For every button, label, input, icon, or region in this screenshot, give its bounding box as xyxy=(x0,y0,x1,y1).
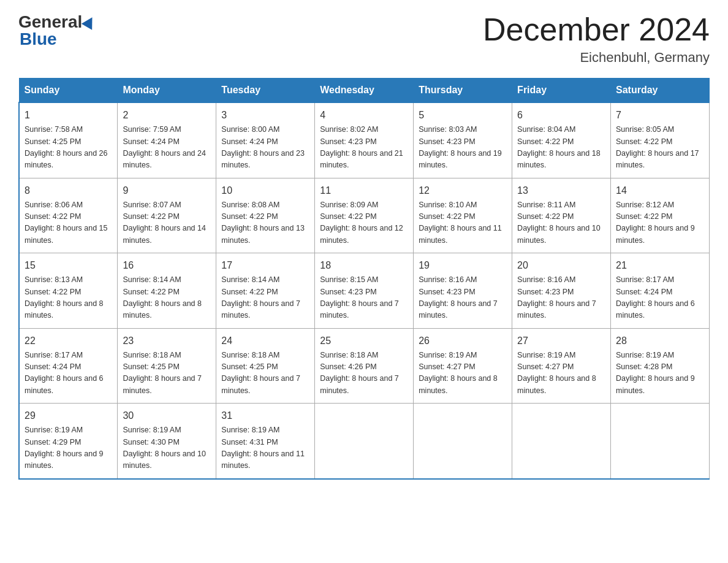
day-number: 29 xyxy=(25,408,112,423)
day-number: 30 xyxy=(123,408,211,423)
day-info: Sunrise: 8:00 AMSunset: 4:24 PMDaylight:… xyxy=(221,124,309,172)
table-row: 4Sunrise: 8:02 AMSunset: 4:23 PMDaylight… xyxy=(315,102,414,178)
day-number: 15 xyxy=(25,258,112,273)
day-info: Sunrise: 8:18 AMSunset: 4:25 PMDaylight:… xyxy=(221,350,309,397)
day-number: 3 xyxy=(221,108,309,123)
day-info: Sunrise: 7:59 AMSunset: 4:24 PMDaylight:… xyxy=(123,124,211,172)
day-info: Sunrise: 8:06 AMSunset: 4:22 PMDaylight:… xyxy=(25,199,112,247)
table-row xyxy=(512,404,611,479)
table-row: 27Sunrise: 8:19 AMSunset: 4:27 PMDayligh… xyxy=(512,328,611,404)
table-row: 20Sunrise: 8:16 AMSunset: 4:23 PMDayligh… xyxy=(512,253,611,329)
day-number: 8 xyxy=(25,183,112,198)
day-info: Sunrise: 8:14 AMSunset: 4:22 PMDaylight:… xyxy=(123,274,211,322)
day-number: 24 xyxy=(221,334,309,348)
page-header: General Blue December 2024 Eichenbuhl, G… xyxy=(18,12,710,66)
day-info: Sunrise: 8:19 AMSunset: 4:27 PMDaylight:… xyxy=(419,350,507,397)
table-row: 12Sunrise: 8:10 AMSunset: 4:22 PMDayligh… xyxy=(414,178,512,253)
table-row: 7Sunrise: 8:05 AMSunset: 4:22 PMDaylight… xyxy=(611,102,710,178)
table-row: 11Sunrise: 8:09 AMSunset: 4:22 PMDayligh… xyxy=(315,178,414,253)
table-row: 2Sunrise: 7:59 AMSunset: 4:24 PMDaylight… xyxy=(118,102,216,178)
day-number: 28 xyxy=(616,334,704,348)
day-info: Sunrise: 8:04 AMSunset: 4:22 PMDaylight:… xyxy=(517,124,605,172)
table-row: 31Sunrise: 8:19 AMSunset: 4:31 PMDayligh… xyxy=(216,404,315,479)
day-info: Sunrise: 8:05 AMSunset: 4:22 PMDaylight:… xyxy=(616,124,704,172)
day-number: 6 xyxy=(517,108,605,123)
header-sunday: Sunday xyxy=(19,79,118,103)
calendar-week-row: 15Sunrise: 8:13 AMSunset: 4:22 PMDayligh… xyxy=(19,253,710,329)
table-row: 10Sunrise: 8:08 AMSunset: 4:22 PMDayligh… xyxy=(216,178,315,253)
calendar-week-row: 8Sunrise: 8:06 AMSunset: 4:22 PMDaylight… xyxy=(19,178,710,253)
table-row: 19Sunrise: 8:16 AMSunset: 4:23 PMDayligh… xyxy=(414,253,512,329)
table-row xyxy=(611,404,710,479)
table-row xyxy=(414,404,512,479)
table-row: 21Sunrise: 8:17 AMSunset: 4:24 PMDayligh… xyxy=(611,253,710,329)
day-info: Sunrise: 8:14 AMSunset: 4:22 PMDaylight:… xyxy=(221,274,309,322)
table-row: 26Sunrise: 8:19 AMSunset: 4:27 PMDayligh… xyxy=(414,328,512,404)
day-info: Sunrise: 8:10 AMSunset: 4:22 PMDaylight:… xyxy=(419,199,507,247)
table-row: 6Sunrise: 8:04 AMSunset: 4:22 PMDaylight… xyxy=(512,102,611,178)
day-info: Sunrise: 8:19 AMSunset: 4:30 PMDaylight:… xyxy=(123,424,211,472)
header-tuesday: Tuesday xyxy=(216,79,315,103)
day-number: 16 xyxy=(123,258,211,273)
day-number: 5 xyxy=(419,108,507,123)
day-info: Sunrise: 8:16 AMSunset: 4:23 PMDaylight:… xyxy=(419,274,507,322)
day-number: 4 xyxy=(320,108,408,123)
day-info: Sunrise: 8:19 AMSunset: 4:27 PMDaylight:… xyxy=(517,350,605,397)
header-wednesday: Wednesday xyxy=(315,79,414,103)
table-row: 17Sunrise: 8:14 AMSunset: 4:22 PMDayligh… xyxy=(216,253,315,329)
day-number: 12 xyxy=(419,183,507,198)
day-number: 27 xyxy=(517,334,605,348)
day-number: 26 xyxy=(419,334,507,348)
day-info: Sunrise: 8:07 AMSunset: 4:22 PMDaylight:… xyxy=(123,199,211,247)
days-header-row: Sunday Monday Tuesday Wednesday Thursday… xyxy=(19,79,710,103)
day-number: 23 xyxy=(123,334,211,348)
day-number: 7 xyxy=(616,108,704,123)
title-area: December 2024 Eichenbuhl, Germany xyxy=(483,12,710,66)
header-thursday: Thursday xyxy=(414,79,512,103)
day-info: Sunrise: 8:16 AMSunset: 4:23 PMDaylight:… xyxy=(517,274,605,322)
day-number: 18 xyxy=(320,258,408,273)
table-row xyxy=(315,404,414,479)
day-info: Sunrise: 8:19 AMSunset: 4:29 PMDaylight:… xyxy=(25,424,112,472)
header-monday: Monday xyxy=(118,79,216,103)
table-row: 9Sunrise: 8:07 AMSunset: 4:22 PMDaylight… xyxy=(118,178,216,253)
table-row: 1Sunrise: 7:58 AMSunset: 4:25 PMDaylight… xyxy=(19,102,118,178)
table-row: 23Sunrise: 8:18 AMSunset: 4:25 PMDayligh… xyxy=(118,328,216,404)
day-number: 21 xyxy=(616,258,704,273)
day-info: Sunrise: 8:19 AMSunset: 4:28 PMDaylight:… xyxy=(616,350,704,397)
header-saturday: Saturday xyxy=(611,79,710,103)
header-friday: Friday xyxy=(512,79,611,103)
logo-blue-text: Blue xyxy=(20,29,57,49)
calendar-body: 1Sunrise: 7:58 AMSunset: 4:25 PMDaylight… xyxy=(19,102,710,479)
table-row: 18Sunrise: 8:15 AMSunset: 4:23 PMDayligh… xyxy=(315,253,414,329)
table-row: 5Sunrise: 8:03 AMSunset: 4:23 PMDaylight… xyxy=(414,102,512,178)
day-info: Sunrise: 8:18 AMSunset: 4:25 PMDaylight:… xyxy=(123,350,211,397)
calendar-table: Sunday Monday Tuesday Wednesday Thursday… xyxy=(18,78,710,480)
day-info: Sunrise: 8:11 AMSunset: 4:22 PMDaylight:… xyxy=(517,199,605,247)
day-info: Sunrise: 8:08 AMSunset: 4:22 PMDaylight:… xyxy=(221,199,309,247)
day-number: 2 xyxy=(123,108,211,123)
day-number: 17 xyxy=(221,258,309,273)
calendar-week-row: 22Sunrise: 8:17 AMSunset: 4:24 PMDayligh… xyxy=(19,328,710,404)
table-row: 3Sunrise: 8:00 AMSunset: 4:24 PMDaylight… xyxy=(216,102,315,178)
day-number: 25 xyxy=(320,334,408,348)
table-row: 14Sunrise: 8:12 AMSunset: 4:22 PMDayligh… xyxy=(611,178,710,253)
day-number: 22 xyxy=(25,334,112,348)
day-info: Sunrise: 8:19 AMSunset: 4:31 PMDaylight:… xyxy=(221,424,309,472)
day-info: Sunrise: 8:12 AMSunset: 4:22 PMDaylight:… xyxy=(616,199,704,247)
calendar-week-row: 1Sunrise: 7:58 AMSunset: 4:25 PMDaylight… xyxy=(19,102,710,178)
table-row: 25Sunrise: 8:18 AMSunset: 4:26 PMDayligh… xyxy=(315,328,414,404)
location-title: Eichenbuhl, Germany xyxy=(483,50,710,66)
day-info: Sunrise: 8:03 AMSunset: 4:23 PMDaylight:… xyxy=(419,124,507,172)
table-row: 22Sunrise: 8:17 AMSunset: 4:24 PMDayligh… xyxy=(19,328,118,404)
day-number: 9 xyxy=(123,183,211,198)
day-number: 1 xyxy=(25,108,112,123)
table-row: 8Sunrise: 8:06 AMSunset: 4:22 PMDaylight… xyxy=(19,178,118,253)
month-title: December 2024 xyxy=(483,12,710,47)
day-number: 20 xyxy=(517,258,605,273)
logo-area: General Blue xyxy=(18,12,96,49)
day-number: 31 xyxy=(221,408,309,423)
calendar-header: Sunday Monday Tuesday Wednesday Thursday… xyxy=(19,79,710,103)
day-number: 13 xyxy=(517,183,605,198)
logo-triangle-icon xyxy=(82,14,97,30)
